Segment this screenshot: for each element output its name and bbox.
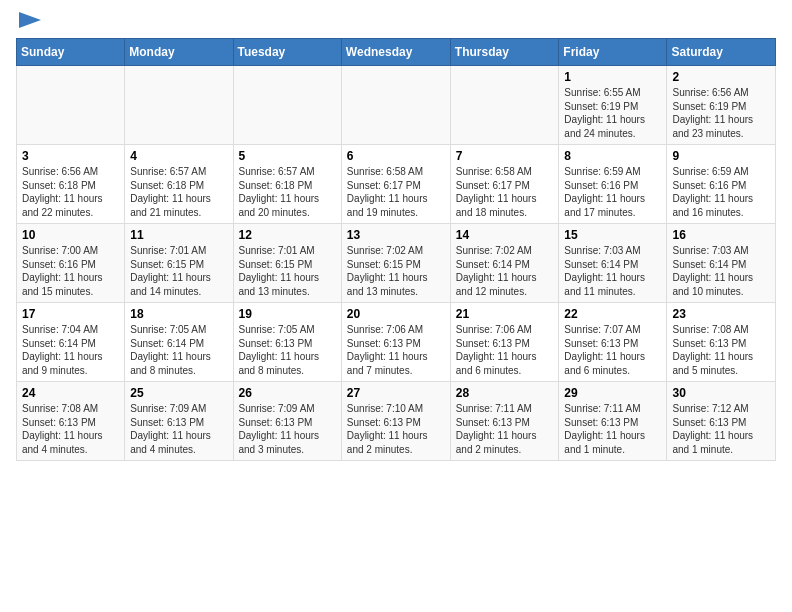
- calendar-week-row: 3Sunrise: 6:56 AM Sunset: 6:18 PM Daylig…: [17, 145, 776, 224]
- day-info: Sunrise: 6:57 AM Sunset: 6:18 PM Dayligh…: [239, 165, 336, 219]
- weekday-header-thursday: Thursday: [450, 39, 559, 66]
- day-info: Sunrise: 6:58 AM Sunset: 6:17 PM Dayligh…: [347, 165, 445, 219]
- page-header: [16, 16, 776, 28]
- day-info: Sunrise: 7:00 AM Sunset: 6:16 PM Dayligh…: [22, 244, 119, 298]
- calendar-cell: 20Sunrise: 7:06 AM Sunset: 6:13 PM Dayli…: [341, 303, 450, 382]
- calendar-cell: 13Sunrise: 7:02 AM Sunset: 6:15 PM Dayli…: [341, 224, 450, 303]
- day-number: 16: [672, 228, 770, 242]
- day-info: Sunrise: 6:55 AM Sunset: 6:19 PM Dayligh…: [564, 86, 661, 140]
- day-info: Sunrise: 7:06 AM Sunset: 6:13 PM Dayligh…: [456, 323, 554, 377]
- day-info: Sunrise: 7:04 AM Sunset: 6:14 PM Dayligh…: [22, 323, 119, 377]
- day-number: 6: [347, 149, 445, 163]
- calendar-table: SundayMondayTuesdayWednesdayThursdayFrid…: [16, 38, 776, 461]
- calendar-cell: 6Sunrise: 6:58 AM Sunset: 6:17 PM Daylig…: [341, 145, 450, 224]
- calendar-week-row: 17Sunrise: 7:04 AM Sunset: 6:14 PM Dayli…: [17, 303, 776, 382]
- day-number: 30: [672, 386, 770, 400]
- day-info: Sunrise: 7:08 AM Sunset: 6:13 PM Dayligh…: [672, 323, 770, 377]
- day-number: 17: [22, 307, 119, 321]
- calendar-header: SundayMondayTuesdayWednesdayThursdayFrid…: [17, 39, 776, 66]
- calendar-body: 1Sunrise: 6:55 AM Sunset: 6:19 PM Daylig…: [17, 66, 776, 461]
- calendar-cell: 2Sunrise: 6:56 AM Sunset: 6:19 PM Daylig…: [667, 66, 776, 145]
- calendar-cell: 8Sunrise: 6:59 AM Sunset: 6:16 PM Daylig…: [559, 145, 667, 224]
- day-number: 23: [672, 307, 770, 321]
- calendar-cell: 7Sunrise: 6:58 AM Sunset: 6:17 PM Daylig…: [450, 145, 559, 224]
- day-number: 18: [130, 307, 227, 321]
- day-info: Sunrise: 7:03 AM Sunset: 6:14 PM Dayligh…: [564, 244, 661, 298]
- day-info: Sunrise: 7:07 AM Sunset: 6:13 PM Dayligh…: [564, 323, 661, 377]
- day-number: 10: [22, 228, 119, 242]
- day-number: 21: [456, 307, 554, 321]
- weekday-header-friday: Friday: [559, 39, 667, 66]
- day-number: 27: [347, 386, 445, 400]
- calendar-cell: 19Sunrise: 7:05 AM Sunset: 6:13 PM Dayli…: [233, 303, 341, 382]
- calendar-cell: 10Sunrise: 7:00 AM Sunset: 6:16 PM Dayli…: [17, 224, 125, 303]
- day-number: 13: [347, 228, 445, 242]
- calendar-cell: 22Sunrise: 7:07 AM Sunset: 6:13 PM Dayli…: [559, 303, 667, 382]
- calendar-cell: [125, 66, 233, 145]
- svg-marker-0: [19, 12, 41, 28]
- day-info: Sunrise: 7:09 AM Sunset: 6:13 PM Dayligh…: [130, 402, 227, 456]
- day-info: Sunrise: 6:56 AM Sunset: 6:18 PM Dayligh…: [22, 165, 119, 219]
- weekday-header-tuesday: Tuesday: [233, 39, 341, 66]
- day-number: 22: [564, 307, 661, 321]
- day-info: Sunrise: 6:57 AM Sunset: 6:18 PM Dayligh…: [130, 165, 227, 219]
- day-number: 25: [130, 386, 227, 400]
- calendar-week-row: 24Sunrise: 7:08 AM Sunset: 6:13 PM Dayli…: [17, 382, 776, 461]
- day-info: Sunrise: 7:10 AM Sunset: 6:13 PM Dayligh…: [347, 402, 445, 456]
- day-number: 20: [347, 307, 445, 321]
- weekday-header-monday: Monday: [125, 39, 233, 66]
- day-info: Sunrise: 7:11 AM Sunset: 6:13 PM Dayligh…: [456, 402, 554, 456]
- calendar-cell: 12Sunrise: 7:01 AM Sunset: 6:15 PM Dayli…: [233, 224, 341, 303]
- day-number: 8: [564, 149, 661, 163]
- weekday-header-row: SundayMondayTuesdayWednesdayThursdayFrid…: [17, 39, 776, 66]
- day-number: 11: [130, 228, 227, 242]
- calendar-week-row: 10Sunrise: 7:00 AM Sunset: 6:16 PM Dayli…: [17, 224, 776, 303]
- calendar-cell: 14Sunrise: 7:02 AM Sunset: 6:14 PM Dayli…: [450, 224, 559, 303]
- calendar-cell: 27Sunrise: 7:10 AM Sunset: 6:13 PM Dayli…: [341, 382, 450, 461]
- calendar-cell: 16Sunrise: 7:03 AM Sunset: 6:14 PM Dayli…: [667, 224, 776, 303]
- calendar-cell: 1Sunrise: 6:55 AM Sunset: 6:19 PM Daylig…: [559, 66, 667, 145]
- day-number: 26: [239, 386, 336, 400]
- calendar-cell: 9Sunrise: 6:59 AM Sunset: 6:16 PM Daylig…: [667, 145, 776, 224]
- calendar-cell: 23Sunrise: 7:08 AM Sunset: 6:13 PM Dayli…: [667, 303, 776, 382]
- calendar-cell: 11Sunrise: 7:01 AM Sunset: 6:15 PM Dayli…: [125, 224, 233, 303]
- day-number: 15: [564, 228, 661, 242]
- logo: [16, 16, 41, 28]
- calendar-cell: 4Sunrise: 6:57 AM Sunset: 6:18 PM Daylig…: [125, 145, 233, 224]
- day-number: 14: [456, 228, 554, 242]
- calendar-cell: [233, 66, 341, 145]
- calendar-cell: [17, 66, 125, 145]
- calendar-cell: 29Sunrise: 7:11 AM Sunset: 6:13 PM Dayli…: [559, 382, 667, 461]
- calendar-cell: 25Sunrise: 7:09 AM Sunset: 6:13 PM Dayli…: [125, 382, 233, 461]
- day-number: 12: [239, 228, 336, 242]
- day-info: Sunrise: 6:59 AM Sunset: 6:16 PM Dayligh…: [672, 165, 770, 219]
- calendar-cell: 30Sunrise: 7:12 AM Sunset: 6:13 PM Dayli…: [667, 382, 776, 461]
- day-info: Sunrise: 7:06 AM Sunset: 6:13 PM Dayligh…: [347, 323, 445, 377]
- day-number: 2: [672, 70, 770, 84]
- calendar-cell: 21Sunrise: 7:06 AM Sunset: 6:13 PM Dayli…: [450, 303, 559, 382]
- weekday-header-wednesday: Wednesday: [341, 39, 450, 66]
- day-info: Sunrise: 7:05 AM Sunset: 6:13 PM Dayligh…: [239, 323, 336, 377]
- calendar-cell: 18Sunrise: 7:05 AM Sunset: 6:14 PM Dayli…: [125, 303, 233, 382]
- day-info: Sunrise: 7:09 AM Sunset: 6:13 PM Dayligh…: [239, 402, 336, 456]
- calendar-cell: 3Sunrise: 6:56 AM Sunset: 6:18 PM Daylig…: [17, 145, 125, 224]
- day-number: 5: [239, 149, 336, 163]
- calendar-cell: 26Sunrise: 7:09 AM Sunset: 6:13 PM Dayli…: [233, 382, 341, 461]
- calendar-cell: 24Sunrise: 7:08 AM Sunset: 6:13 PM Dayli…: [17, 382, 125, 461]
- day-number: 9: [672, 149, 770, 163]
- day-number: 24: [22, 386, 119, 400]
- day-number: 19: [239, 307, 336, 321]
- day-number: 3: [22, 149, 119, 163]
- day-number: 29: [564, 386, 661, 400]
- logo-flag-icon: [19, 12, 41, 28]
- day-info: Sunrise: 7:01 AM Sunset: 6:15 PM Dayligh…: [130, 244, 227, 298]
- day-info: Sunrise: 7:12 AM Sunset: 6:13 PM Dayligh…: [672, 402, 770, 456]
- calendar-cell: [450, 66, 559, 145]
- calendar-cell: 5Sunrise: 6:57 AM Sunset: 6:18 PM Daylig…: [233, 145, 341, 224]
- day-info: Sunrise: 6:58 AM Sunset: 6:17 PM Dayligh…: [456, 165, 554, 219]
- day-number: 7: [456, 149, 554, 163]
- calendar-cell: 28Sunrise: 7:11 AM Sunset: 6:13 PM Dayli…: [450, 382, 559, 461]
- weekday-header-sunday: Sunday: [17, 39, 125, 66]
- day-info: Sunrise: 6:56 AM Sunset: 6:19 PM Dayligh…: [672, 86, 770, 140]
- calendar-week-row: 1Sunrise: 6:55 AM Sunset: 6:19 PM Daylig…: [17, 66, 776, 145]
